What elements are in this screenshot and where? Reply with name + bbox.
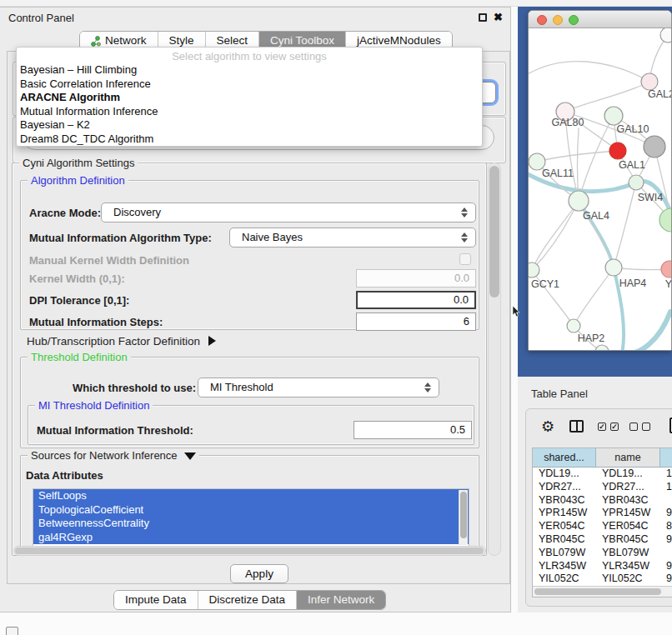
network-node-SWI4[interactable] (659, 208, 671, 232)
network-edge[interactable] (529, 62, 649, 82)
algorithm-option[interactable]: ARACNE Algorithm (17, 91, 482, 105)
data-attribute-item[interactable]: TopologicalCoefficient (33, 503, 469, 518)
table-horizontal-scrollbar[interactable] (533, 586, 672, 597)
dpi-tolerance-field[interactable]: 0.0 (356, 291, 476, 309)
network-node-GAL1[interactable] (629, 175, 644, 190)
table-cell: YLR345W (596, 560, 660, 573)
table-row[interactable]: YER054CYER054C8. (533, 520, 672, 533)
table-row[interactable]: YDL19...YDL19...13 (533, 468, 672, 481)
bottom-tab-impute-data[interactable]: Impute Data (114, 591, 198, 609)
zoom-traffic-light-icon[interactable] (569, 15, 579, 25)
network-node-GAL2[interactable] (641, 73, 658, 90)
aracne-mode-combo[interactable]: Discovery (101, 202, 476, 222)
bottom-tab-discretize-data[interactable]: Discretize Data (198, 591, 297, 609)
table-cell: YDR27... (533, 481, 596, 494)
scrollbar-thumb[interactable] (460, 492, 467, 538)
network-node-salmon-node[interactable] (661, 261, 671, 278)
minimized-panel-icon[interactable] (6, 627, 18, 635)
network-node-HAP2[interactable] (567, 319, 580, 332)
scrollbar-thumb[interactable] (15, 548, 484, 554)
settings-vertical-scrollbar[interactable] (488, 162, 501, 556)
data-attribute-item[interactable]: SelfLoops (33, 489, 469, 503)
table-row[interactable]: YBR043CYBR043C (533, 494, 672, 508)
aracne-mode-label: Aracne Mode: (29, 207, 101, 219)
apply-button[interactable]: Apply (230, 564, 288, 583)
network-edge[interactable] (578, 128, 579, 201)
table-row[interactable]: YDR27...YDR27...12 (533, 481, 672, 494)
close-traffic-light-icon[interactable] (537, 15, 547, 25)
scrollbar-thumb[interactable] (534, 588, 661, 595)
checked-checkbox-icon[interactable]: ✓ (598, 422, 606, 431)
close-icon[interactable]: ✖ (494, 11, 503, 23)
manual-kernel-checkbox[interactable] (459, 253, 471, 265)
network-node-GCY1[interactable] (529, 262, 539, 278)
network-edge[interactable] (532, 201, 579, 270)
hub-factor-label: Hub/Transcription Factor Definition (27, 335, 200, 348)
data-attribute-item[interactable]: BetweennessCentrality (33, 517, 469, 531)
minimize-traffic-light-icon[interactable] (553, 15, 563, 25)
network-node-GAL10[interactable] (604, 107, 623, 125)
algorithm-option[interactable]: Dream8 DC_TDC Algorithm (17, 132, 482, 147)
mi-threshold-field[interactable]: 0.5 (354, 421, 472, 439)
network-node-gray-node[interactable] (644, 136, 665, 158)
column-header[interactable]: name (596, 448, 660, 467)
which-threshold-combo[interactable]: MI Threshold (198, 378, 439, 398)
network-edge[interactable] (622, 312, 670, 350)
bottom-tab-infer-network[interactable]: Infer Network (296, 591, 385, 609)
table-row[interactable]: YBL079WYBL079W (533, 547, 672, 560)
table-cell: YDL19... (533, 468, 596, 481)
hub-factor-expander[interactable]: Hub/Transcription Factor Definition (27, 335, 216, 348)
attributes-scrollbar[interactable] (459, 490, 468, 545)
network-edge[interactable] (579, 116, 614, 201)
node-label: GAL1 (619, 159, 645, 171)
algorithm-option[interactable]: Basic Correlation Inference (17, 78, 482, 92)
node-attribute-table[interactable]: shared...nameA YDL19...YDL19...13YDR27..… (532, 448, 672, 598)
checked-checkbox-icon[interactable]: ✓ (610, 422, 619, 431)
settings-horizontal-scrollbar[interactable] (13, 546, 486, 556)
network-edge[interactable] (565, 82, 649, 112)
table-row[interactable]: YIL052CYIL052C9. (533, 572, 672, 586)
node-label: GAL80 (552, 117, 584, 128)
cyni-bottom-tabs: Impute DataDiscretize DataInfer Network (113, 590, 386, 610)
table-row[interactable]: YBR045CYBR045C9. (533, 533, 672, 547)
table-cell: 9. (660, 507, 672, 520)
gear-icon[interactable]: ⚙ (541, 418, 554, 436)
network-window-titlebar[interactable] (529, 11, 671, 28)
table-row[interactable]: YPR145WYPR145W9. (533, 507, 672, 520)
data-attributes-list[interactable]: SelfLoopsTopologicalCoefficientBetweenne… (33, 488, 469, 547)
table-cell (660, 547, 672, 560)
float-window-icon[interactable] (479, 13, 487, 22)
table-cell: YIL052C (533, 572, 596, 586)
mi-type-combo[interactable]: Naive Bayes (229, 228, 476, 248)
mi-steps-field[interactable]: 6 (356, 312, 476, 331)
unchecked-checkbox-icon[interactable] (629, 422, 638, 431)
network-edge[interactable] (574, 268, 614, 326)
expander-expanded-icon (184, 452, 196, 460)
network-edge[interactable] (614, 182, 636, 268)
scrollbar-thumb[interactable] (489, 166, 499, 298)
algorithm-option[interactable]: Bayesian – K2 (17, 118, 482, 132)
kernel-width-field[interactable]: 0.0 (356, 269, 476, 288)
mi-threshold-group-title: MI Threshold Definition (35, 399, 153, 412)
which-threshold-label: Which threshold to use: (73, 382, 196, 394)
column-header[interactable]: A (660, 448, 672, 467)
network-node-GAL4[interactable] (569, 191, 589, 211)
table-row[interactable]: YLR345WYLR345W9. (533, 560, 672, 573)
algorithm-option[interactable]: Bayesian – Hill Climbing (17, 63, 482, 78)
network-canvas[interactable]: GAL2GAL80GAL10GAL1GAL11SWI4GAL4GCY1HAP4Y… (529, 28, 671, 350)
network-node-red-node[interactable] (609, 142, 626, 159)
data-attribute-item[interactable]: gal4RGexp (33, 531, 469, 545)
column-header[interactable]: shared... (533, 448, 596, 467)
mi-threshold-label: Mutual Information Threshold: (37, 424, 193, 437)
node-label: SWI4 (638, 192, 664, 203)
network-node-HAP4[interactable] (605, 259, 622, 276)
columns-icon[interactable] (569, 420, 584, 432)
network-node-bottom-node[interactable] (595, 345, 609, 350)
kernel-width-label: Kernel Width (0,1): (29, 272, 125, 285)
network-icon (91, 36, 101, 47)
mi-threshold-group: MI Threshold Definition Mutual Informati… (28, 405, 474, 445)
algorithm-option[interactable]: Mutual Information Inference (17, 105, 482, 119)
algorithm-definition-group: Algorithm Definition Aracne Mode: Discov… (20, 180, 479, 330)
unchecked-checkbox-icon[interactable] (642, 422, 650, 431)
network-node-top-arc[interactable] (660, 28, 671, 42)
